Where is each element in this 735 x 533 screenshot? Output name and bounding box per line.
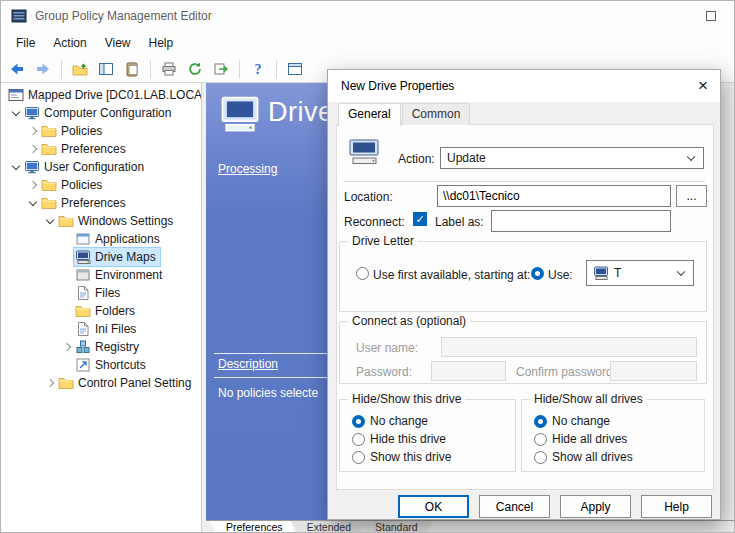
tree-item-label: Preferences	[61, 196, 126, 210]
menu-help[interactable]: Help	[140, 31, 183, 56]
help-button[interactable]: Help	[641, 495, 712, 518]
use-first-available-radio[interactable]	[356, 267, 369, 280]
description-link[interactable]: Description	[218, 357, 278, 371]
collapse-icon[interactable]	[9, 158, 23, 176]
tree-item-environment[interactable]: Environment	[1, 266, 201, 284]
cancel-button[interactable]: Cancel	[479, 495, 550, 518]
back-icon[interactable]	[5, 58, 29, 80]
view-tab-standard[interactable]: Standard	[359, 521, 434, 533]
browse-button[interactable]: ...	[676, 185, 707, 207]
tree-item-label: Windows Settings	[78, 214, 173, 228]
help-icon[interactable]: ?	[246, 58, 270, 80]
radio-option-show-this-drive[interactable]: Show this drive	[352, 449, 511, 465]
tree-item-policies[interactable]: Policies	[1, 122, 201, 140]
toolbar-separator	[61, 60, 62, 78]
tree-item-control-panel-setting[interactable]: Control Panel Setting	[1, 374, 201, 392]
radio-option-hide-all-drives[interactable]: Hide all drives	[534, 431, 700, 447]
expand-icon[interactable]	[26, 140, 40, 158]
action-dropdown[interactable]: Update	[440, 147, 704, 169]
radio-option-show-all-drives[interactable]: Show all drives	[534, 449, 700, 465]
expand-icon[interactable]	[26, 122, 40, 140]
tab-general[interactable]: General	[338, 103, 401, 126]
confirm-password-input	[610, 361, 697, 381]
reconnect-checkbox[interactable]	[413, 212, 427, 226]
tree-item-windows-settings[interactable]: Windows Settings	[1, 212, 201, 230]
radio-option-no-change[interactable]: No change	[534, 413, 700, 429]
maximize-button[interactable]	[696, 5, 726, 27]
location-label: Location:	[344, 190, 393, 204]
collapse-icon[interactable]	[43, 212, 57, 230]
expand-icon[interactable]	[60, 338, 74, 356]
drive-letter-icon	[593, 265, 609, 281]
expander-spacer	[60, 356, 74, 374]
action-label: Action:	[398, 152, 435, 166]
view-tab-preferences[interactable]: Preferences	[210, 521, 299, 533]
expander-spacer	[60, 230, 74, 248]
window-title: Group Policy Management Editor	[35, 9, 696, 23]
location-input[interactable]	[437, 185, 671, 207]
tree-item-ini-files[interactable]: Ini Files	[1, 320, 201, 338]
vertical-scrollbar[interactable]	[720, 83, 734, 520]
use-radio[interactable]	[531, 267, 544, 280]
tree-item-preferences[interactable]: Preferences	[1, 194, 201, 212]
tree-item-shortcuts[interactable]: Shortcuts	[1, 356, 201, 374]
tree-item-applications[interactable]: Applications	[1, 230, 201, 248]
no-policies-text: No policies selecte	[218, 386, 318, 400]
tree-item-registry[interactable]: Registry	[1, 338, 201, 356]
expand-icon[interactable]	[26, 176, 40, 194]
paste-icon[interactable]	[120, 58, 144, 80]
apply-button[interactable]: Apply	[560, 495, 631, 518]
forward-icon[interactable]	[31, 58, 55, 80]
new-taskpad-view-icon[interactable]	[283, 58, 307, 80]
processing-link[interactable]: Processing	[218, 162, 277, 176]
tree-node: Computer Configuration	[23, 104, 175, 122]
tree-item-user-configuration[interactable]: User Configuration	[1, 158, 201, 176]
maximize-icon	[706, 11, 716, 21]
show-console-tree-icon[interactable]	[94, 58, 118, 80]
tab-common[interactable]: Common	[402, 103, 471, 125]
tree-item-mapped-drive-dc01-lab-loca[interactable]: Mapped Drive [DC01.LAB.LOCA	[1, 86, 201, 104]
print-icon[interactable]	[157, 58, 181, 80]
menu-file[interactable]: File	[7, 31, 44, 56]
radio-icon	[352, 433, 365, 446]
tree-item-drive-maps[interactable]: Drive Maps	[1, 248, 201, 266]
view-tab-extended[interactable]: Extended	[291, 521, 367, 533]
collapse-icon[interactable]	[9, 104, 23, 122]
refresh-icon[interactable]	[183, 58, 207, 80]
radio-option-hide-this-drive[interactable]: Hide this drive	[352, 431, 511, 447]
tree-item-folders[interactable]: Folders	[1, 302, 201, 320]
hide-show-this-drive-group: Hide/Show this drive No changeHide this …	[339, 399, 516, 472]
tree-node: Registry	[74, 338, 143, 356]
menu-action[interactable]: Action	[44, 31, 95, 56]
collapse-icon[interactable]	[26, 194, 40, 212]
hide-show-this-drive-title: Hide/Show this drive	[348, 392, 465, 406]
tree-item-label: Registry	[95, 340, 139, 354]
env-icon	[75, 267, 91, 283]
expander-spacer	[60, 320, 74, 338]
export-list-icon[interactable]	[209, 58, 233, 80]
expand-icon[interactable]	[43, 374, 57, 392]
password-label: Password:	[356, 365, 412, 379]
up-one-level-icon[interactable]	[68, 58, 92, 80]
tree-item-files[interactable]: Files	[1, 284, 201, 302]
tree-item-label: Computer Configuration	[44, 106, 171, 120]
radio-option-no-change[interactable]: No change	[352, 413, 511, 429]
tree-node: Applications	[74, 230, 164, 248]
label-as-input[interactable]	[491, 210, 671, 232]
gpme-window: Group Policy Management Editor FileActio…	[0, 0, 735, 533]
tree-node: User Configuration	[23, 158, 148, 176]
radio-icon	[352, 451, 365, 464]
titlebar: Group Policy Management Editor	[1, 1, 734, 31]
radio-selected-icon	[534, 415, 547, 428]
close-icon[interactable]	[686, 73, 720, 99]
ok-button[interactable]: OK	[398, 495, 469, 518]
tree-item-computer-configuration[interactable]: Computer Configuration	[1, 104, 201, 122]
confirm-password-label: Confirm password:	[516, 365, 616, 379]
tree-item-policies[interactable]: Policies	[1, 176, 201, 194]
use-label: Use:	[548, 268, 573, 282]
tree-item-preferences[interactable]: Preferences	[1, 140, 201, 158]
menu-view[interactable]: View	[96, 31, 140, 56]
drive-letter-dropdown[interactable]: T	[586, 260, 694, 286]
radio-icon	[534, 451, 547, 464]
registry-icon	[75, 339, 91, 355]
